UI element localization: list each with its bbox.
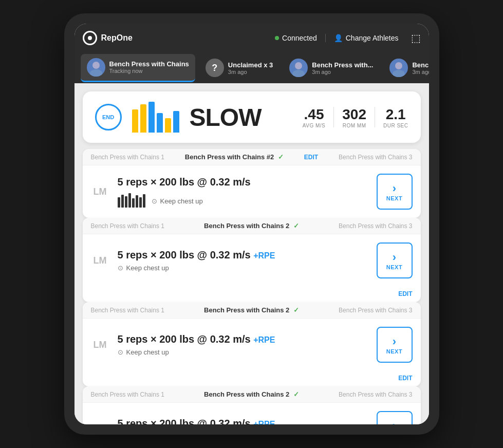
avg-ms-value: .45 bbox=[304, 106, 324, 123]
edit-link-set3[interactable]: EDIT bbox=[398, 375, 412, 382]
next-arrow-icon: › bbox=[393, 182, 396, 195]
note-check-icon: ⊙ bbox=[118, 264, 123, 272]
bar-3 bbox=[157, 113, 163, 133]
prescription-text: 5 reps × 200 lbs @ 0.32 m/s bbox=[118, 249, 251, 260]
mini-bar-6 bbox=[139, 197, 142, 208]
edit-inline-set1[interactable]: EDIT bbox=[304, 154, 318, 161]
tab-bar: Bench Press with ChainsTracking now?Uncl… bbox=[74, 52, 429, 83]
set-details-set3: 5 reps × 200 lbs @ 0.32 m/s +RPE⊙ Keep c… bbox=[118, 333, 368, 356]
tab-avatar-bench-press-3 bbox=[389, 59, 408, 77]
set-nav-left-set2: Bench Press with Chains 1 bbox=[91, 222, 164, 230]
rom-value: 302 bbox=[342, 106, 366, 123]
next-button-set3[interactable]: ›NEXT bbox=[377, 327, 413, 363]
app-name: RepOne bbox=[101, 33, 133, 43]
next-button-set2[interactable]: ›NEXT bbox=[377, 242, 413, 278]
rpe-label[interactable]: +RPE bbox=[253, 335, 275, 344]
mini-bar-5 bbox=[136, 195, 138, 208]
next-arrow-icon: › bbox=[393, 251, 396, 264]
set-nav-left-set4: Bench Press with Chains 1 bbox=[91, 391, 164, 398]
bar-0 bbox=[132, 109, 138, 133]
tab-sub-bench-press-2: 3m ago bbox=[312, 69, 373, 75]
tab-name-bench-press-3: Bench Press wit bbox=[412, 61, 429, 69]
tab-item-unclaimed[interactable]: ?Unclaimed x 33m ago bbox=[199, 54, 279, 81]
set-note-set1: ⊙ Keep chest up bbox=[152, 197, 203, 205]
prescription-text: 5 reps × 200 lbs @ 0.32 m/s bbox=[118, 418, 251, 424]
svg-point-1 bbox=[90, 69, 102, 77]
exit-button[interactable]: ⬚ bbox=[407, 32, 421, 44]
tab-item-bench-chains[interactable]: Bench Press with ChainsTracking now bbox=[81, 54, 195, 82]
tab-info-bench-press-2: Bench Press with...3m ago bbox=[312, 61, 373, 75]
set-prescription-set4: 5 reps × 200 lbs @ 0.32 m/s +RPE bbox=[118, 418, 368, 424]
set-mini-chart-set1 bbox=[118, 192, 145, 208]
tab-sub-bench-chains: Tracking now bbox=[109, 68, 189, 74]
next-arrow-icon: › bbox=[393, 419, 396, 424]
note-text: Keep chest up bbox=[160, 197, 203, 205]
svg-point-0 bbox=[92, 62, 100, 69]
next-button-set1[interactable]: ›NEXT bbox=[377, 174, 413, 210]
set-nav-right-set3: Bench Press with Chains 3 bbox=[339, 307, 412, 314]
main-content: END SLOW .45 AVG M/S 302 ROM MM bbox=[74, 83, 429, 424]
rom-label: ROM MM bbox=[343, 123, 366, 128]
bar-4 bbox=[165, 118, 171, 133]
logo-icon bbox=[83, 31, 97, 45]
set-nav-left-set1: Bench Press with Chains 1 bbox=[91, 154, 164, 161]
set-nav-left-set3: Bench Press with Chains 1 bbox=[91, 307, 164, 314]
set-note-row-set1: ⊙ Keep chest up bbox=[118, 192, 368, 208]
tab-item-bench-press-3[interactable]: Bench Press wit3m ago bbox=[383, 54, 429, 81]
tab-name-unclaimed: Unclaimed x 3 bbox=[228, 61, 273, 69]
set-nav-center-set4: Bench Press with Chains 2 ✓ bbox=[204, 390, 299, 398]
set-footer-set2: EDIT bbox=[83, 287, 421, 302]
set-body-set3: LM5 reps × 200 lbs @ 0.32 m/s +RPE⊙ Keep… bbox=[83, 319, 421, 371]
set-card-set2: Bench Press with Chains 1Bench Press wit… bbox=[83, 218, 421, 302]
app-logo: RepOne bbox=[83, 31, 133, 45]
note-icon: ⊙ bbox=[152, 197, 157, 205]
tablet-frame: RepOne Connected 👤 Change Athletes ⬚ Ben… bbox=[64, 13, 439, 435]
next-label: NEXT bbox=[386, 348, 402, 354]
performance-card: END SLOW .45 AVG M/S 302 ROM MM bbox=[83, 91, 421, 143]
set-cards-container: Bench Press with Chains 1Bench Press wit… bbox=[83, 149, 421, 424]
set-nav-center-set3: Bench Press with Chains 2 ✓ bbox=[204, 306, 299, 314]
connected-label: Connected bbox=[282, 34, 317, 42]
next-button-set4[interactable]: ›NEXT bbox=[377, 411, 413, 424]
next-label: NEXT bbox=[386, 264, 402, 270]
set-lm-set1: LM bbox=[91, 186, 109, 197]
mini-bar-0 bbox=[118, 197, 120, 208]
mini-bar-3 bbox=[128, 193, 131, 208]
dur-stat: 2.1 DUR SEC bbox=[383, 106, 408, 128]
connection-status: Connected bbox=[275, 34, 326, 42]
end-button[interactable]: END bbox=[95, 104, 122, 130]
tab-name-bench-chains: Bench Press with Chains bbox=[109, 60, 189, 68]
set-nav-center-set1: Bench Press with Chains #2 ✓ bbox=[185, 153, 284, 161]
rpe-label[interactable]: +RPE bbox=[253, 251, 275, 260]
check-icon: ✓ bbox=[293, 306, 299, 314]
set-body-set2: LM5 reps × 200 lbs @ 0.32 m/s +RPE⊙ Keep… bbox=[83, 234, 421, 287]
set-nav-right-set2: Bench Press with Chains 3 bbox=[339, 222, 412, 230]
set-nav-right-set4: Bench Press with Chains 3 bbox=[339, 391, 412, 398]
nav-bar: RepOne Connected 👤 Change Athletes ⬚ bbox=[74, 24, 429, 52]
check-icon: ✓ bbox=[293, 222, 299, 230]
svg-point-5 bbox=[393, 70, 405, 77]
set-note-set3: ⊙ Keep chest up bbox=[118, 348, 368, 356]
tab-info-bench-chains: Bench Press with ChainsTracking now bbox=[109, 60, 189, 74]
tab-info-bench-press-3: Bench Press wit3m ago bbox=[412, 61, 429, 75]
set-nav-center-set2: Bench Press with Chains 2 ✓ bbox=[204, 222, 299, 230]
change-athletes-label: Change Athletes bbox=[346, 34, 399, 42]
set-card-set1: Bench Press with Chains 1Bench Press wit… bbox=[83, 149, 421, 218]
svg-point-4 bbox=[395, 62, 402, 69]
rpe-label[interactable]: +RPE bbox=[253, 420, 275, 424]
edit-link-set2[interactable]: EDIT bbox=[398, 290, 412, 297]
mini-bar-4 bbox=[132, 198, 135, 208]
mini-bar-2 bbox=[125, 196, 127, 208]
note-text: Keep chest up bbox=[126, 348, 169, 356]
set-details-set4: 5 reps × 200 lbs @ 0.32 m/s +RPE⊙ Keep c… bbox=[118, 418, 368, 424]
perf-divider-2 bbox=[375, 107, 375, 127]
note-text: Keep chest up bbox=[126, 264, 169, 272]
avg-ms-stat: .45 AVG M/S bbox=[303, 106, 325, 128]
set-header-set2: Bench Press with Chains 1Bench Press wit… bbox=[83, 218, 421, 234]
bar-1 bbox=[140, 104, 146, 133]
next-label: NEXT bbox=[386, 195, 402, 201]
change-athletes-button[interactable]: 👤 Change Athletes bbox=[326, 34, 407, 42]
set-details-set2: 5 reps × 200 lbs @ 0.32 m/s +RPE⊙ Keep c… bbox=[118, 249, 368, 272]
tab-avatar-unclaimed: ? bbox=[206, 59, 224, 77]
tab-item-bench-press-2[interactable]: Bench Press with...3m ago bbox=[283, 54, 379, 81]
